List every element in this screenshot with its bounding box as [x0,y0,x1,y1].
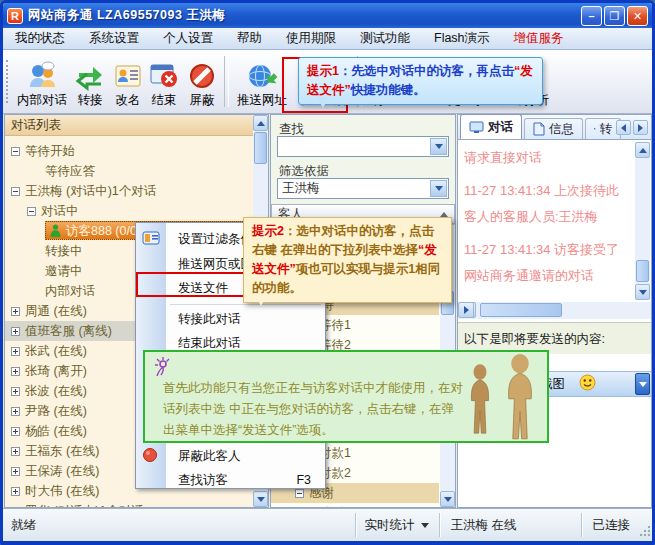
chevron-down-icon [639,382,647,391]
collapse-icon[interactable] [11,187,20,196]
block-button[interactable]: 屏蔽 [182,50,222,113]
search-dropdown-button[interactable] [430,138,447,155]
tip2-balloon: 提示2：选中对话中的访客，点击右键 在弹出的下拉列表中选择“发送文件”项也可以实… [243,217,452,303]
toolbar-grip[interactable] [6,60,12,103]
scroll-thumb[interactable] [636,260,649,282]
status-separator [355,513,357,537]
scroll-thumb[interactable] [254,132,267,164]
menu-test-function[interactable]: 测试功能 [348,30,422,47]
expand-icon[interactable] [11,467,20,476]
scroll-down-button[interactable] [635,284,650,300]
app-window: R 网站商务通 LZA69557093 王洪梅 – ❒ ✕ 我的状态 系统设置 … [0,0,655,545]
scroll-down-button[interactable] [440,491,455,507]
block-guest-icon [142,447,158,466]
menu-value-added-service[interactable]: 增值服务 [502,30,576,47]
expand-icon[interactable] [11,347,20,356]
block-icon [185,60,219,92]
filter-card-icon [142,231,160,248]
tree-item-waiting-answer[interactable]: 等待应答 [5,161,253,181]
tree-item-waiting-start[interactable]: 等待开始 [5,141,253,161]
realtime-stats-dropdown[interactable]: 实时统计 [365,517,415,534]
chat-scrollbar[interactable] [635,142,650,300]
chat-hscrollbar[interactable] [458,302,651,319]
quick-reply-item[interactable]: 感谢1 [271,503,439,507]
rename-button[interactable]: 改名 [110,50,146,113]
collapse-icon[interactable] [11,147,20,156]
menu-find-visitor[interactable]: 查找访客 F3 [136,468,325,492]
conversation-list-header: 对话列表 [5,115,254,136]
app-logo-icon: R [7,8,23,24]
tree-item-luohua[interactable]: 罗华 (对话中)1个对话 [5,501,253,507]
maximize-button[interactable]: ❒ [604,6,625,26]
filter-select[interactable]: 王洪梅 [277,178,449,199]
toolbar-label: 改名 [116,92,141,109]
menu-my-status[interactable]: 我的状态 [3,30,77,47]
film-icon [594,123,596,135]
tab-scroll-left-button[interactable] [616,120,631,135]
expand-icon[interactable] [11,447,20,456]
menu-license-period[interactable]: 使用期限 [274,30,348,47]
end-button[interactable]: 结束 [146,50,182,113]
transfer-button[interactable]: 转接 [70,50,110,113]
expand-icon[interactable] [11,427,20,436]
transfer-icon [73,60,107,92]
tree-item-in-conversation[interactable]: 对话中 [5,201,253,221]
tab-info[interactable]: 信息 [524,118,583,139]
small-person-figure [467,362,493,445]
scroll-thumb[interactable] [480,303,562,317]
scroll-right-button[interactable] [458,302,474,318]
balloon-tail [256,296,266,311]
chevron-up-icon [440,208,448,217]
toolbar-separator [224,56,229,107]
tip1-balloon: 提示1：先选中对话中的访客，再点击“发送文件”快捷功能键。 [298,57,543,105]
reply-toolbar-expand-button[interactable] [635,373,650,395]
visitor-icon [49,224,62,238]
collapse-icon[interactable] [27,207,36,216]
menu-personal-settings[interactable]: 个人设置 [151,30,225,47]
scroll-up-button[interactable] [253,115,268,131]
scroll-down-button[interactable] [253,491,268,507]
end-chat-icon [147,60,181,92]
menu-help[interactable]: 帮助 [225,30,274,47]
search-input[interactable] [277,136,449,157]
minimize-button[interactable]: – [581,6,602,26]
chevron-left-icon [617,124,626,132]
tree-item-agent-wanghongmei[interactable]: 王洪梅 (对话中)1个对话 [5,181,253,201]
close-button[interactable]: ✕ [627,6,648,26]
tab-bar: 对话 信息 转 [458,115,651,140]
menu-system-settings[interactable]: 系统设置 [77,30,151,47]
scroll-up-button[interactable] [635,142,650,158]
status-ready: 就绪 [11,517,36,534]
tab-conversation[interactable]: 对话 [460,114,522,139]
chevron-right-icon [638,124,647,132]
tab-scroll-right-button[interactable] [633,120,648,135]
resize-grip[interactable] [638,526,650,538]
menu-transfer-chat[interactable]: 转接此对话 [136,307,325,331]
push-url-icon [245,60,279,92]
chat-message: 11-27 13:41:34 上次接待此客人的客服人员:王洪梅 [464,178,632,230]
title-bar[interactable]: R 网站商务通 LZA69557093 王洪梅 – ❒ ✕ [3,3,652,28]
push-url-button[interactable]: 推送网址 [231,50,293,113]
chat-info-panel: 对话 信息 转 请求直接对话 11-27 13:41:34 上次接待此客人的客服… [457,114,652,508]
chat-message: 11-27 13:41:34 访客接受了网站商务通邀请的对话 [464,237,632,289]
rename-icon [111,60,145,92]
expand-icon[interactable] [11,487,20,496]
expand-icon[interactable] [11,367,20,376]
expand-icon[interactable] [11,327,20,336]
filter-dropdown-button[interactable] [430,180,447,197]
toolbar-label: 屏蔽 [190,92,215,109]
smiley-icon [579,374,596,391]
emoticon-button[interactable] [579,374,596,395]
menu-flash-demo[interactable]: Flash演示 [422,30,502,47]
chat-message-log: 请求直接对话 11-27 13:41:34 上次接待此客人的客服人员:王洪梅 1… [464,145,632,296]
balloon-tail [317,97,329,114]
status-bar: 就绪 实时统计 王洪梅 在线 已连接 [3,508,652,541]
expand-icon[interactable] [11,387,20,396]
menu-block-guest[interactable]: 屏蔽此客人 [136,444,325,468]
internal-chat-button[interactable]: 内部对话 [14,50,70,113]
expand-icon[interactable] [11,307,20,316]
expand-icon[interactable] [11,507,20,508]
menu-separator [170,304,321,305]
expand-icon[interactable] [11,407,20,416]
window-title: 网站商务通 LZA69557093 王洪梅 [28,7,579,24]
